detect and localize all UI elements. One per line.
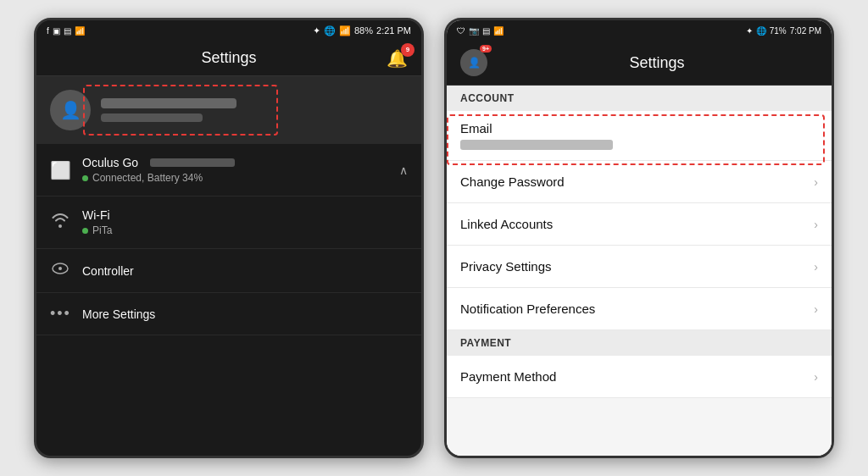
payment-method-chevron: ›	[814, 370, 818, 384]
payment-method-item[interactable]: Payment Method ›	[447, 356, 832, 398]
camera-icon: 📷	[469, 26, 479, 36]
cast2-icon: ▤	[482, 26, 490, 36]
more-settings-label: More Settings	[82, 307, 408, 321]
wifi-label: Wi-Fi	[82, 208, 408, 222]
bell-badge: 9	[401, 43, 415, 57]
expand-icon: ∧	[399, 163, 408, 177]
battery2-text: 71%	[770, 26, 787, 36]
notification-prefs-chevron: ›	[814, 302, 818, 316]
profile-section[interactable]: 👤	[36, 76, 421, 144]
wifi-item[interactable]: Wi-Fi PiTa	[36, 196, 421, 249]
more-settings-info: More Settings	[82, 307, 408, 321]
right-status-icons: ✦ 🌐 📶 88% 2:21 PM	[313, 25, 411, 36]
linked-accounts-item[interactable]: Linked Accounts ›	[447, 203, 832, 246]
right-header-title: Settings	[496, 54, 818, 72]
wifi2-icon: 📶	[493, 26, 504, 36]
left-status-icons: f ▣ ▤ 📶	[47, 26, 85, 36]
screenshot-container: f ▣ ▤ 📶 ✦ 🌐 📶 88% 2:21 PM Settings 🔔 9	[0, 0, 868, 476]
wifi-dot	[82, 228, 88, 234]
oculus-name-blur	[150, 158, 235, 167]
oculus-status: Connected, Battery 34%	[82, 172, 387, 184]
battery-text: 88%	[354, 25, 373, 36]
wifi-info: Wi-Fi PiTa	[82, 208, 408, 236]
change-password-chevron: ›	[814, 175, 818, 189]
change-password-item[interactable]: Change Password ›	[447, 161, 832, 203]
wifi-icon: 🌐	[324, 25, 336, 36]
svg-point-1	[58, 267, 62, 270]
profile-info	[101, 98, 408, 122]
account-section-header: ACCOUNT	[447, 86, 832, 111]
profile-sub-blur	[101, 113, 203, 122]
right-status-right-icons: ✦ 🌐 71% 7:02 PM	[746, 26, 821, 36]
notification-prefs-label: Notification Preferences	[460, 302, 595, 316]
privacy-settings-chevron: ›	[814, 260, 818, 274]
time-right: 7:02 PM	[790, 26, 821, 36]
device-list: ⬜ Oculus Go Connected, Battery 34% ∧	[36, 144, 421, 456]
app-badge: 9+	[480, 45, 492, 53]
media-icon: ▣	[53, 26, 60, 36]
email-item[interactable]: Email	[447, 111, 832, 161]
notification-bell[interactable]: 🔔 9	[387, 48, 408, 69]
controller-info: Controller	[82, 264, 408, 278]
bluetooth-icon: ✦	[313, 25, 320, 36]
controller-item[interactable]: Controller	[36, 249, 421, 293]
wifi-device-icon	[50, 213, 70, 232]
signal-icon: 📶	[339, 25, 351, 36]
app-avatar: 👤 9+	[460, 49, 487, 76]
left-status-bar: f ▣ ▤ 📶 ✦ 🌐 📶 88% 2:21 PM	[36, 20, 421, 41]
signal2-icon: 🌐	[756, 26, 766, 36]
left-header-title: Settings	[201, 49, 256, 67]
email-value-blur	[460, 140, 613, 150]
controller-label: Controller	[82, 264, 408, 278]
profile-name-blur	[101, 98, 236, 108]
right-app-header: 👤 9+ Settings	[447, 41, 832, 86]
right-status-bar: 🛡 📷 ▤ 📶 ✦ 🌐 71% 7:02 PM	[447, 20, 832, 41]
privacy-settings-label: Privacy Settings	[460, 259, 552, 274]
payment-method-label: Payment Method	[460, 369, 556, 384]
app-icon: 👤	[468, 57, 481, 69]
notification-prefs-item[interactable]: Notification Preferences ›	[447, 288, 832, 330]
controller-icon	[50, 261, 70, 280]
privacy-settings-item[interactable]: Privacy Settings ›	[447, 246, 832, 288]
linked-accounts-label: Linked Accounts	[460, 217, 553, 231]
payment-section-header: PAYMENT	[447, 330, 832, 356]
oculus-name: Oculus Go	[82, 156, 387, 169]
email-label: Email	[460, 121, 818, 136]
change-password-label: Change Password	[460, 174, 565, 189]
oculus-status-text: Connected, Battery 34%	[92, 172, 203, 184]
shield-icon: 🛡	[457, 26, 465, 36]
left-app-header: Settings 🔔 9	[36, 41, 421, 76]
headset-icon: ⬜	[50, 160, 70, 180]
left-phone: f ▣ ▤ 📶 ✦ 🌐 📶 88% 2:21 PM Settings 🔔 9	[34, 18, 424, 458]
bell-icon: 🔔 9	[387, 48, 408, 69]
oculus-info: Oculus Go Connected, Battery 34%	[82, 156, 387, 184]
linked-accounts-chevron: ›	[814, 218, 818, 231]
avatar-icon: 👤	[60, 100, 81, 120]
wifi-status-icon: 📶	[75, 26, 85, 36]
facebook-icon: f	[47, 26, 49, 36]
right-status-left-icons: 🛡 📷 ▤ 📶	[457, 26, 504, 36]
more-settings-item[interactable]: ••• More Settings	[36, 293, 421, 335]
settings-list: ACCOUNT Email Change Password › Linked A…	[447, 86, 832, 456]
more-icon: •••	[50, 305, 70, 323]
time-left: 2:21 PM	[376, 25, 411, 36]
right-phone: 🛡 📷 ▤ 📶 ✦ 🌐 71% 7:02 PM 👤 9+ Settings	[444, 18, 834, 458]
oculus-go-item[interactable]: ⬜ Oculus Go Connected, Battery 34% ∧	[36, 144, 421, 196]
cast-icon: ▤	[64, 26, 71, 36]
connected-dot	[82, 175, 88, 181]
bluetooth2-icon: ✦	[746, 26, 753, 36]
wifi-status: PiTa	[82, 224, 408, 236]
wifi-ssid: PiTa	[92, 224, 112, 236]
avatar: 👤	[50, 90, 91, 130]
